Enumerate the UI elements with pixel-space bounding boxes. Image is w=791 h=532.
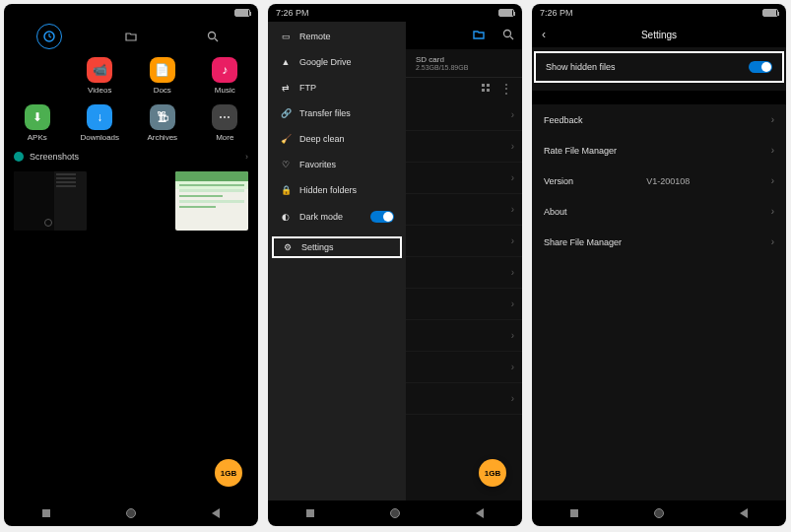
- list-item[interactable]: ›: [406, 383, 522, 415]
- status-icons: [227, 8, 250, 18]
- category-archives[interactable]: 🗜Archives: [131, 104, 194, 142]
- category-label: More: [216, 133, 233, 142]
- battery-icon: [234, 9, 250, 17]
- svg-rect-5: [482, 84, 485, 87]
- folder-icon[interactable]: [473, 29, 485, 42]
- drawer-icon: 🔒: [280, 185, 292, 195]
- chevron-right-icon: ›: [511, 299, 514, 309]
- drawer-item-favorites[interactable]: ♡Favorites: [268, 152, 406, 177]
- chevron-right-icon: ›: [511, 204, 514, 215]
- back-button[interactable]: [740, 508, 748, 518]
- category-more[interactable]: ⋯More: [194, 104, 257, 142]
- drawer-item-ftp[interactable]: ⇄FTP: [268, 75, 406, 100]
- setting-show-hidden-files[interactable]: Show hidden files: [534, 51, 784, 83]
- category-apks[interactable]: ⬇APKs: [6, 104, 69, 142]
- list-item[interactable]: ›: [406, 163, 522, 194]
- setting-rate-file-manager[interactable]: Rate File Manager›: [532, 135, 786, 166]
- category-music[interactable]: ♪Music: [194, 57, 257, 95]
- category-icon: ⋯: [212, 104, 237, 130]
- tab-recent[interactable]: [36, 24, 62, 49]
- chevron-right-icon: ›: [511, 393, 514, 404]
- search-icon[interactable]: [502, 29, 514, 42]
- recents-button[interactable]: [42, 509, 50, 517]
- chevron-right-icon: ›: [771, 175, 774, 186]
- drawer-label: Favorites: [299, 160, 336, 169]
- home-button[interactable]: [654, 508, 664, 518]
- back-button[interactable]: [212, 508, 220, 518]
- section-screenshots[interactable]: Screenshots ›: [4, 146, 258, 167]
- category-label: Videos: [88, 86, 111, 95]
- drawer-label: Dark mode: [299, 212, 343, 222]
- list-item[interactable]: ›: [406, 257, 522, 289]
- chevron-right-icon: ›: [771, 236, 774, 247]
- more-icon[interactable]: ⋮: [500, 82, 512, 96]
- toggle-switch[interactable]: [749, 61, 772, 73]
- recents-button[interactable]: [570, 509, 578, 517]
- drawer-icon: 🔗: [280, 108, 292, 118]
- list-item[interactable]: ›: [406, 352, 522, 383]
- category-icon: 📹: [87, 57, 112, 83]
- screenshot-thumb[interactable]: [14, 171, 87, 231]
- storage-info[interactable]: SD card 2.53GB/15.89GB: [406, 49, 522, 78]
- folder-list: › › › › › › › › › ›: [406, 100, 522, 415]
- statusbar: 7:26 PM: [532, 4, 786, 22]
- home-button[interactable]: [390, 508, 400, 518]
- drawer-icon: ◐: [280, 212, 292, 222]
- drawer-icon: ▲: [280, 57, 292, 67]
- list-item[interactable]: ›: [406, 100, 522, 131]
- drawer-item-settings[interactable]: ⚙Settings: [270, 234, 404, 260]
- statusbar: 7:26 PM: [268, 4, 522, 22]
- setting-about[interactable]: About›: [532, 196, 786, 227]
- screenshot-thumb[interactable]: [175, 171, 248, 231]
- drawer-item-remote[interactable]: ▭Remote: [268, 24, 406, 49]
- drawer-label: Deep clean: [299, 134, 345, 144]
- drawer-item-dark-mode[interactable]: ◐Dark mode: [268, 203, 406, 231]
- tab-folders[interactable]: [118, 24, 144, 49]
- setting-feedback[interactable]: Feedback›: [532, 104, 786, 135]
- svg-point-1: [209, 33, 216, 39]
- setting-version[interactable]: VersionV1-200108›: [532, 166, 786, 196]
- category-docs[interactable]: 📄Docs: [131, 57, 194, 95]
- drawer-item-hidden-folders[interactable]: 🔒Hidden folders: [268, 177, 406, 203]
- list-item[interactable]: ›: [406, 194, 522, 226]
- chevron-right-icon: ›: [771, 206, 774, 217]
- grid-view-icon[interactable]: [481, 83, 491, 95]
- settings-header: ‹ Settings: [532, 22, 786, 47]
- chevron-right-icon: ›: [511, 172, 514, 183]
- drawer-item-google-drive[interactable]: ▲Google Drive: [268, 49, 406, 75]
- toggle-switch[interactable]: [370, 211, 394, 223]
- setting-label: Show hidden files: [546, 62, 616, 72]
- category-label: Downloads: [80, 133, 119, 142]
- search-icon[interactable]: [200, 24, 226, 49]
- category-videos[interactable]: 📹Videos: [69, 57, 132, 95]
- page-title: Settings: [641, 30, 677, 40]
- statusbar: [4, 4, 258, 22]
- drawer-icon: 🧹: [280, 134, 292, 144]
- category-downloads[interactable]: ↓Downloads: [69, 104, 132, 142]
- battery-icon: [498, 9, 514, 17]
- list-item[interactable]: ›: [406, 131, 522, 163]
- setting-share-file-manager[interactable]: Share File Manager›: [532, 227, 786, 257]
- chevron-right-icon: ›: [511, 362, 514, 372]
- category-label: APKs: [28, 133, 47, 142]
- drawer-item-transfer-files[interactable]: 🔗Transfer files: [268, 100, 406, 126]
- chevron-right-icon: ›: [511, 141, 514, 152]
- view-toolbar: ⋮: [406, 78, 522, 100]
- android-navbar: [532, 500, 786, 526]
- recents-button[interactable]: [306, 509, 314, 517]
- list-item[interactable]: ›: [406, 320, 522, 352]
- top-tabs: [4, 22, 258, 51]
- drawer-label: Transfer files: [299, 108, 351, 118]
- setting-label: Rate File Manager: [544, 146, 617, 156]
- home-button[interactable]: [126, 508, 136, 518]
- back-button[interactable]: [476, 508, 484, 518]
- cleanup-fab[interactable]: 1GB: [215, 459, 242, 487]
- drawer-label: Hidden folders: [299, 185, 357, 195]
- list-item[interactable]: ›: [406, 226, 522, 257]
- list-item[interactable]: ›: [406, 289, 522, 320]
- cleanup-fab[interactable]: 1GB: [479, 459, 506, 487]
- back-icon[interactable]: ‹: [542, 28, 546, 41]
- svg-line-4: [510, 36, 513, 39]
- drawer-item-deep-clean[interactable]: 🧹Deep clean: [268, 126, 406, 152]
- status-icons: [755, 8, 778, 18]
